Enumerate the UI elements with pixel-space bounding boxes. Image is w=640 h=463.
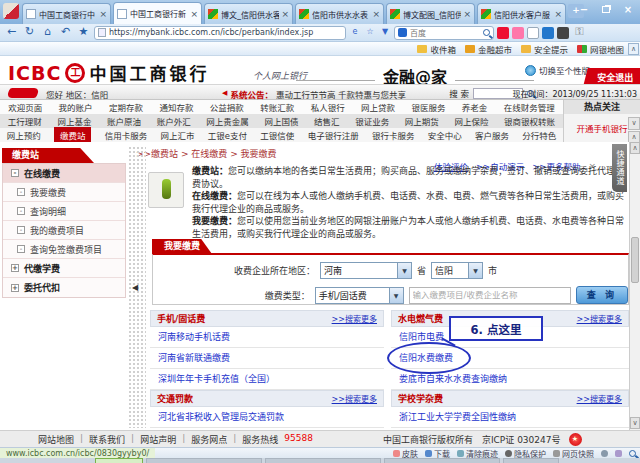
- nav-forex[interactable]: 账户外汇: [157, 115, 191, 127]
- nav-pension[interactable]: 养老金: [462, 101, 488, 113]
- close-window-button[interactable]: ×: [619, 3, 637, 17]
- clear-traces-button[interactable]: 清除痕迹: [457, 448, 498, 459]
- open-mobile-banking-link[interactable]: 开通手机银行: [576, 122, 627, 134]
- nav-ebank-register[interactable]: 电子银行注册: [308, 129, 359, 141]
- nav-credit-card[interactable]: 信用卡服务: [105, 129, 148, 141]
- browser-tab[interactable]: 博文_信阳供水客 ×: [204, 3, 293, 24]
- minimize-button[interactable]: −: [575, 3, 593, 17]
- scroll-down-icon[interactable]: ∨: [630, 417, 640, 429]
- close-tab-icon[interactable]: ×: [99, 9, 107, 19]
- scroll-down-icon[interactable]: ∨: [628, 117, 640, 130]
- search-more-link[interactable]: >>搜索更多: [332, 313, 377, 324]
- nav-fx-market[interactable]: 网上汇市: [161, 129, 195, 141]
- quick-channel-tab[interactable]: 快捷通道: [612, 144, 627, 192]
- zoom-icon[interactable]: [629, 450, 636, 457]
- footer-statement-link[interactable]: 网站声明: [140, 433, 176, 446]
- sidebar-item-pay-now[interactable]: - 我要缴费: [3, 183, 125, 202]
- footer-sitemap-link[interactable]: 网站地图: [38, 433, 74, 446]
- nav-securities[interactable]: 银证业务: [355, 115, 389, 127]
- download-button[interactable]: 下载: [425, 448, 450, 459]
- ebank-map-link[interactable]: 网银地图: [577, 43, 624, 55]
- search-icon[interactable]: [483, 29, 490, 36]
- nav-appointment[interactable]: 网上预约: [7, 129, 41, 141]
- search-more-link[interactable]: >>搜索更多: [577, 313, 622, 324]
- nav-messenger[interactable]: 工银信使: [260, 129, 294, 141]
- scrollbar-thumb[interactable]: [631, 237, 639, 283]
- browser-tab-active[interactable]: 中国工商银行新 ×: [113, 2, 202, 24]
- nav-bank-merchant[interactable]: 银商银权转账: [504, 115, 555, 127]
- compat-icon[interactable]: e: [349, 26, 361, 39]
- nav-donation[interactable]: 公益捐款: [210, 101, 244, 113]
- hot-icon[interactable]: [497, 27, 509, 39]
- browser-tab[interactable]: 信阳供水客户服 ×: [477, 3, 566, 24]
- chevron-down-icon[interactable]: ▼: [379, 26, 391, 39]
- speed-icon[interactable]: [542, 27, 554, 39]
- security-tips-link[interactable]: 安全提示: [521, 43, 568, 55]
- pay-item-link[interactable]: 河南移动手机话费: [150, 327, 384, 348]
- nav-wealth[interactable]: 工行理财: [8, 115, 42, 127]
- promo-icon[interactable]: [512, 27, 524, 39]
- nav-payment-station-active[interactable]: 缴费站: [54, 127, 92, 143]
- home-icon[interactable]: ⌂: [40, 25, 55, 40]
- expand-icon[interactable]: +: [11, 264, 19, 272]
- sidebar-item-query-nosign-items[interactable]: - 查询免签缴费项目: [3, 240, 125, 259]
- nav-medical[interactable]: 银医服务: [411, 101, 445, 113]
- pay-item-link[interactable]: 河北省非税收入管理局交通罚款: [150, 407, 384, 428]
- content-scrollbar[interactable]: ∧ ∨: [629, 142, 640, 430]
- favorites-star-icon[interactable]: ★: [76, 25, 91, 40]
- browser-tab[interactable]: 信阳市供水水表 ×: [295, 3, 384, 24]
- collapse-icon[interactable]: -: [17, 188, 25, 196]
- collapse-icon[interactable]: -: [11, 169, 19, 177]
- scroll-up-icon[interactable]: ∧: [630, 142, 640, 154]
- skin-button[interactable]: 皮肤: [393, 448, 418, 459]
- close-tab-icon[interactable]: ×: [463, 9, 471, 19]
- nav-branch-features[interactable]: 分行特色: [522, 129, 556, 141]
- nav-funds[interactable]: 网上基金: [57, 115, 91, 127]
- nav-oil[interactable]: 账户原油: [107, 115, 141, 127]
- sidebar-item-entrusted-debit[interactable]: + 委托代扣: [3, 278, 125, 297]
- close-tab-icon[interactable]: ×: [281, 9, 289, 19]
- nav-welcome[interactable]: 欢迎页面: [8, 101, 42, 113]
- province-select[interactable]: 河南 ▼: [320, 262, 412, 279]
- mail-icon[interactable]: [527, 27, 539, 39]
- close-tab-icon[interactable]: ×: [554, 9, 562, 19]
- query-button[interactable]: 查 询: [576, 286, 628, 304]
- address-input[interactable]: [109, 28, 342, 37]
- restore-button[interactable]: [597, 3, 615, 17]
- refresh-icon[interactable]: ↻: [22, 25, 37, 40]
- games-icon[interactable]: [557, 27, 569, 39]
- nav-loan[interactable]: 网上贷款: [361, 101, 395, 113]
- nav-card-service[interactable]: 银行卡服务: [372, 129, 415, 141]
- browser-tab[interactable]: 中国工商银行中 ×: [22, 3, 111, 24]
- nav-settlement[interactable]: 结售汇: [314, 115, 340, 127]
- collapse-icon[interactable]: -: [17, 245, 25, 253]
- city-select[interactable]: 信阳 ▼: [431, 262, 483, 279]
- nav-insurance[interactable]: 网上保险: [454, 115, 488, 127]
- sidebar-item-query-details[interactable]: - 查询明细: [3, 202, 125, 221]
- nav-private-bank[interactable]: 私人银行: [311, 101, 345, 113]
- nav-finance-mgmt[interactable]: 在线财务管理: [504, 101, 555, 113]
- chat-icon[interactable]: [615, 450, 622, 457]
- payment-search-input[interactable]: [409, 287, 571, 304]
- nav-my-account[interactable]: 我的账户: [59, 101, 93, 113]
- collapse-icon[interactable]: -: [17, 226, 25, 234]
- pay-item-link[interactable]: 深圳年年卡手机充值（全国）: [150, 369, 384, 390]
- nav-security-center[interactable]: 安全中心: [428, 129, 462, 141]
- close-tab-icon[interactable]: ×: [372, 9, 380, 19]
- search-more-link[interactable]: >>搜索更多: [577, 393, 622, 404]
- finance-market-link[interactable]: 金融超市: [465, 43, 512, 55]
- collapse-icon[interactable]: -: [17, 207, 25, 215]
- switch-version-link[interactable]: 切换至个性版: [525, 64, 590, 76]
- nav-futures[interactable]: 网上期货: [405, 115, 439, 127]
- inbox-link[interactable]: 收件箱: [417, 43, 456, 55]
- taskbar-button[interactable]: [95, 458, 143, 463]
- collapse-toolbar-icon[interactable]: ∧: [628, 43, 639, 55]
- browser-tab[interactable]: 博文配图_信阳供 ×: [386, 3, 475, 24]
- footer-contact-link[interactable]: 联系我们: [89, 433, 125, 446]
- wrench-icon[interactable]: ⚿: [572, 25, 587, 40]
- nav-fixed-deposit[interactable]: 定期存款: [109, 101, 143, 113]
- taskbar-button[interactable]: [265, 458, 381, 463]
- payment-type-select[interactable]: 手机/固话费 ▼: [315, 287, 404, 304]
- nav-notice-deposit[interactable]: 通知存款: [159, 101, 193, 113]
- nav-bonds[interactable]: 网上国债: [264, 115, 298, 127]
